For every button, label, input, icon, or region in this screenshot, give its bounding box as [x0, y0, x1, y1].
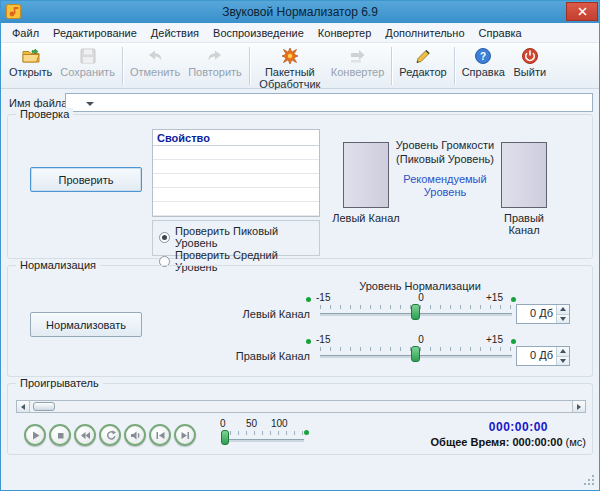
undo-button[interactable]: Отменить: [126, 45, 184, 81]
open-label: Открыть: [9, 67, 52, 79]
toolbar-separator: [122, 47, 123, 85]
play-icon: [30, 430, 41, 441]
toolbar: Открыть Сохранить Отменить Повторить: [1, 43, 599, 89]
editor-pencil-icon: [414, 47, 432, 65]
menu-file[interactable]: Файл: [5, 24, 46, 42]
left-db-spinner[interactable]: 0 Дб: [516, 304, 570, 324]
property-table-header[interactable]: Свойство: [153, 130, 319, 146]
seek-left-button[interactable]: [17, 401, 30, 412]
right-db-value[interactable]: 0 Дб: [517, 347, 556, 365]
repeat-icon: [105, 430, 116, 441]
normalization-level-title: Уровень Нормализации: [320, 280, 520, 292]
volume-max-dot: [304, 430, 309, 435]
volume-slider-thumb[interactable]: [221, 430, 229, 445]
volume-scale-100: 100: [271, 418, 288, 429]
save-floppy-icon: [79, 47, 97, 65]
check-button[interactable]: Проверить: [30, 167, 142, 192]
stop-button[interactable]: [49, 424, 71, 446]
left-scale-dot-min: [306, 297, 311, 302]
right-scale-dot-min: [306, 339, 311, 344]
next-button[interactable]: [174, 424, 196, 446]
resize-grip[interactable]: [592, 483, 594, 485]
radio-peak-label: Проверить Пиковый Уровень: [175, 225, 313, 249]
recommended-level-link-line2[interactable]: Уровень: [392, 186, 498, 200]
right-db-spin-buttons: [556, 347, 569, 365]
converter-button[interactable]: Конвертер: [327, 45, 388, 81]
converter-icon: [349, 47, 367, 65]
check-group-title: Проверка: [16, 108, 73, 120]
property-table: Свойство: [152, 129, 320, 217]
open-folder-icon: [22, 47, 40, 65]
table-row: [153, 146, 319, 160]
menu-help[interactable]: Справка: [472, 24, 529, 42]
left-scale-dot-max: [511, 297, 516, 302]
normalize-button-label: Нормализовать: [46, 319, 126, 331]
menu-actions[interactable]: Действия: [144, 24, 206, 42]
check-group: Проверка Проверить Свойство Уровень Гром…: [7, 114, 593, 259]
redo-button[interactable]: Повторить: [184, 45, 246, 81]
right-db-up-button[interactable]: [557, 347, 569, 356]
recommended-level-link[interactable]: Рекомендуемый: [392, 173, 498, 187]
table-row: [153, 202, 319, 216]
player-group: Проигрыватель 0 50 100: [7, 383, 593, 455]
right-scale-min: -15: [316, 334, 330, 345]
seek-bar[interactable]: [16, 400, 586, 413]
right-scale-max: +15: [486, 334, 503, 345]
volume-scale-0: 0: [220, 418, 226, 429]
menu-extra[interactable]: Дополнительно: [378, 24, 471, 42]
volume-button[interactable]: [124, 424, 146, 446]
volume-slider-track[interactable]: [222, 439, 304, 442]
batch-processor-icon: [281, 47, 299, 65]
right-slider-thumb[interactable]: [411, 346, 420, 362]
right-channel-slider-label: Правый Канал: [198, 350, 310, 362]
right-channel-meter: [501, 142, 547, 208]
converter-label: Конвертер: [331, 67, 384, 79]
toolbar-separator: [454, 47, 455, 85]
close-button[interactable]: [566, 2, 598, 21]
radio-peak-level[interactable]: [159, 232, 170, 243]
previous-button[interactable]: [149, 424, 171, 446]
play-button[interactable]: [24, 424, 46, 446]
arrow-down-icon: [560, 359, 566, 363]
volume-level-caption: Уровень Громкости (Пиковый Уровень) Реко…: [392, 139, 498, 200]
titlebar[interactable]: Звуковой Нормализатор 6.9: [1, 1, 599, 23]
normalize-button[interactable]: Нормализовать: [30, 312, 142, 337]
arrow-left-icon: [21, 404, 25, 410]
menu-playback[interactable]: Воспроизведение: [206, 24, 311, 42]
filename-combobox[interactable]: [65, 93, 593, 112]
normalization-group: Нормализация Нормализовать Уровень Норма…: [7, 265, 593, 377]
redo-icon: [206, 47, 224, 65]
arrow-up-icon: [560, 307, 566, 311]
radio-row-peak[interactable]: Проверить Пиковый Уровень: [159, 225, 313, 249]
exit-label: Выйти: [514, 67, 547, 79]
undo-label: Отменить: [130, 67, 180, 79]
repeat-button[interactable]: [99, 424, 121, 446]
batch-processor-button[interactable]: Пакетный Обработчик: [253, 45, 327, 92]
open-button[interactable]: Открыть: [5, 45, 56, 81]
batch-processor-label: Пакетный Обработчик: [257, 67, 323, 90]
seek-right-button[interactable]: [572, 401, 585, 412]
stop-icon: [55, 430, 66, 441]
rewind-button[interactable]: [74, 424, 96, 446]
help-button[interactable]: ? Справка: [458, 45, 509, 81]
left-slider-thumb[interactable]: [411, 304, 420, 320]
editor-button[interactable]: Редактор: [395, 45, 450, 81]
left-db-up-button[interactable]: [557, 305, 569, 314]
speaker-icon: [130, 430, 141, 441]
chevron-down-icon[interactable]: [86, 102, 94, 106]
right-db-down-button[interactable]: [557, 356, 569, 366]
editor-label: Редактор: [399, 67, 446, 79]
exit-button[interactable]: Выйти: [509, 45, 551, 81]
seek-thumb[interactable]: [33, 402, 55, 411]
right-db-spinner[interactable]: 0 Дб: [516, 346, 570, 366]
save-label: Сохранить: [60, 67, 115, 79]
left-db-value[interactable]: 0 Дб: [517, 305, 556, 323]
menu-edit[interactable]: Редактирование: [46, 24, 144, 42]
table-row: [153, 160, 319, 174]
help-icon: ?: [474, 47, 492, 65]
current-time: 000:00:00: [348, 420, 548, 434]
left-db-down-button[interactable]: [557, 314, 569, 324]
total-time-label: Общее Время:: [431, 436, 510, 448]
save-button[interactable]: Сохранить: [56, 45, 119, 81]
menu-converter[interactable]: Конвертер: [311, 24, 378, 42]
